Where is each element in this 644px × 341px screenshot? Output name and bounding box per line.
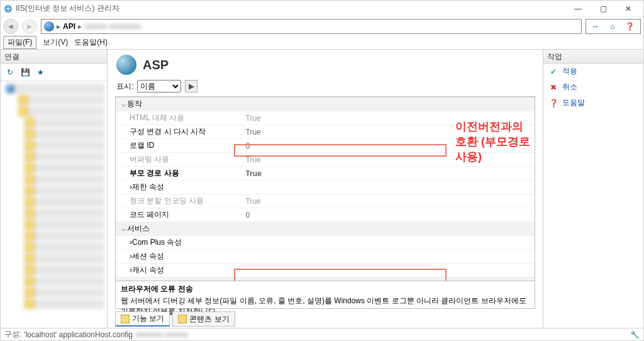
tree-node[interactable] <box>25 140 104 150</box>
display-select[interactable]: 이름 <box>137 80 181 92</box>
close-button[interactable]: ✕ <box>616 1 641 16</box>
tree-node[interactable] <box>25 129 104 139</box>
row-complus: ›Com Plus 속성 <box>116 236 535 250</box>
action-apply[interactable]: ✔적용 <box>543 64 643 79</box>
favorite-icon[interactable]: ★ <box>35 67 46 78</box>
home-icon[interactable]: ⌂ <box>610 22 614 31</box>
property-grid[interactable]: ⌵동작 HTML 대체 사용True 구성 변경 시 다시 시작True 로캘 … <box>116 97 535 281</box>
titlebar: IIS(인터넷 정보 서비스) 관리자 — ▢ ✕ <box>1 1 643 17</box>
tree-node[interactable] <box>25 276 104 286</box>
tab-icon <box>178 315 187 323</box>
row-cache: ›캐시 속성 <box>116 264 535 277</box>
menu-bar: 파일(F) 보기(V) 도움말(H) <box>1 36 643 50</box>
tree-node[interactable] <box>18 95 104 105</box>
tree-node[interactable] <box>25 288 104 298</box>
group-compile: ⌵컴파일 <box>116 277 535 282</box>
actions-pane: 작업 ✔적용 ✖취소 ❓도움말 <box>543 50 643 328</box>
tree-node[interactable] <box>6 84 104 94</box>
row-buffering: 버퍼링 사용True <box>116 153 535 167</box>
menu-help[interactable]: 도움말(H) <box>74 37 108 48</box>
tab-content-view[interactable]: 콘텐츠 보기 <box>172 311 235 327</box>
actions-header: 작업 <box>543 50 643 64</box>
view-tabs: 기능 보기 콘텐츠 보기 <box>108 309 543 328</box>
status-label: 구성: <box>4 329 21 340</box>
connections-toolbar: ↻ 💾 ★ <box>1 64 107 81</box>
feature-pane: ASP 표시: 이름 ▶ ⌵동작 HTML 대체 사용True 구성 변경 시 … <box>108 50 543 328</box>
breadcrumb-blurred: ■■■■■ ■■■■■■■ <box>84 22 141 31</box>
tree-node[interactable] <box>25 254 104 264</box>
row-locale-id: 로캘 ID0 <box>116 139 535 153</box>
window-title: IIS(인터넷 정보 서비스) 관리자 <box>16 3 565 14</box>
tree-node[interactable] <box>25 174 104 184</box>
refresh-icon[interactable]: ↻ <box>4 67 16 78</box>
row-codepage: 코드 페이지0 <box>116 208 535 222</box>
forward-button[interactable]: ► <box>22 19 37 34</box>
apply-icon: ✔ <box>548 67 558 77</box>
tree-node[interactable] <box>25 186 104 196</box>
tree-node[interactable] <box>18 106 104 116</box>
description-title: 브라우저에 오류 전송 <box>121 284 530 294</box>
tree-node[interactable] <box>25 265 104 275</box>
save-icon[interactable]: 💾 <box>19 67 31 78</box>
toolbar-right: ↔ ⌂ ❓ <box>586 19 641 34</box>
tree-node[interactable] <box>25 118 104 128</box>
row-html-substitute: HTML 대체 사용True <box>116 111 535 125</box>
cancel-icon: ✖ <box>548 82 558 92</box>
connections-pane: 연결 ↻ 💾 ★ <box>1 50 108 328</box>
maximize-button[interactable]: ▢ <box>591 1 616 16</box>
feature-title: ASP <box>143 58 169 72</box>
address-bar: ◄ ► ▸ API ▸ ■■■■■ ■■■■■■■ ↔ ⌂ ❓ <box>1 17 643 36</box>
tree-node[interactable] <box>25 242 104 252</box>
crumb-arrow-icon: ▸ <box>78 22 82 31</box>
tree-node[interactable] <box>25 299 104 309</box>
asp-icon <box>116 55 136 75</box>
action-cancel[interactable]: ✖취소 <box>543 79 643 95</box>
row-session: ›세션 속성 <box>116 250 535 264</box>
action-help[interactable]: ❓도움말 <box>543 95 643 111</box>
description-box: 브라우저에 오류 전송 웹 서버에서 디버깅 세부 정보(파일 이름, 오류, … <box>115 281 535 309</box>
tree-node[interactable] <box>25 152 104 162</box>
row-parent-paths: 부모 경로 사용True <box>116 167 535 181</box>
row-chunked-encoding: 청크 분할 인코딩 사용True <box>116 194 535 208</box>
go-button[interactable]: ▶ <box>185 80 197 92</box>
body: 연결 ↻ 💾 ★ <box>1 50 643 328</box>
breadcrumb-api[interactable]: API <box>63 22 75 31</box>
display-label: 표시: <box>116 81 133 92</box>
minimize-button[interactable]: — <box>565 1 591 16</box>
tree-node[interactable] <box>25 208 104 218</box>
help-icon: ❓ <box>548 98 558 108</box>
group-services: ⌵서비스 <box>116 222 535 236</box>
tree-node[interactable] <box>25 163 104 173</box>
tree-node[interactable] <box>25 197 104 207</box>
app-window: IIS(인터넷 정보 서비스) 관리자 — ▢ ✕ ◄ ► ▸ API ▸ ■■… <box>0 0 644 341</box>
back-button[interactable]: ◄ <box>3 19 18 34</box>
connections-header: 연결 <box>1 50 107 64</box>
menu-file[interactable]: 파일(F) <box>3 36 36 49</box>
row-restart-on-config: 구성 변경 시 다시 시작True <box>116 125 535 139</box>
status-bar: 구성: 'localhost' applicationHost.config ■… <box>1 328 643 340</box>
breadcrumb-box[interactable]: ▸ API ▸ ■■■■■ ■■■■■■■ <box>41 19 582 34</box>
status-path: 'localhost' applicationHost.config <box>24 330 133 339</box>
help-icon[interactable]: ❓ <box>625 22 635 31</box>
globe-icon <box>44 21 54 31</box>
tab-feature-view[interactable]: 기능 보기 <box>115 311 170 327</box>
tab-icon <box>121 315 130 323</box>
property-grid-container: ⌵동작 HTML 대체 사용True 구성 변경 시 다시 시작True 로캘 … <box>115 96 535 281</box>
tree-node[interactable] <box>25 231 104 241</box>
feature-header: ASP <box>108 50 543 79</box>
row-limits: ›제한 속성 <box>116 181 535 194</box>
connection-tree[interactable] <box>1 81 107 328</box>
app-icon <box>3 4 13 14</box>
display-filter: 표시: 이름 ▶ <box>108 79 543 96</box>
tree-node[interactable] <box>25 220 104 230</box>
refresh-icon[interactable]: ↔ <box>592 22 599 31</box>
menu-view[interactable]: 보기(V) <box>43 37 68 48</box>
status-blurred: ■■■■■■ ■■■■■ <box>135 330 187 339</box>
group-behavior: ⌵동작 <box>116 98 535 111</box>
status-icon: 🔧 <box>630 330 640 339</box>
crumb-arrow-icon: ▸ <box>57 22 60 31</box>
